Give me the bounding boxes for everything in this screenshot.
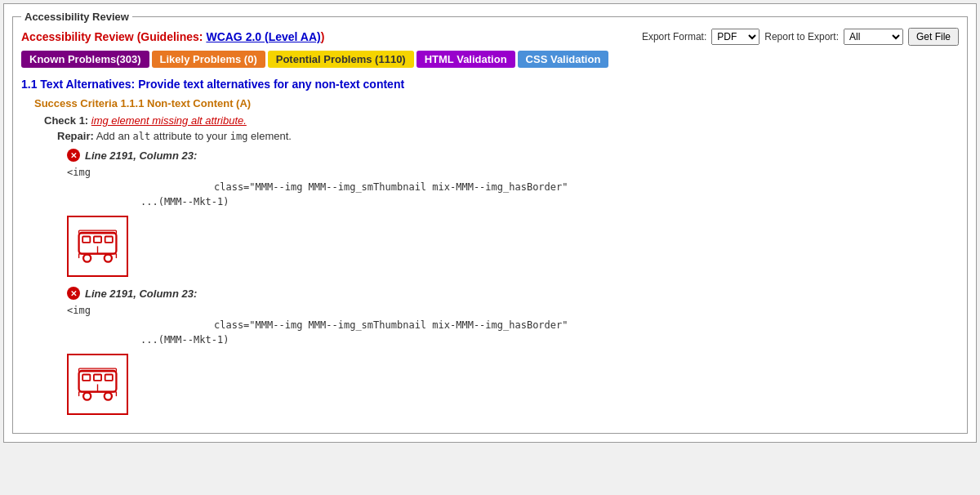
check-label: Check 1: img element missing alt attribu… [44, 114, 959, 127]
svg-point-17 [83, 392, 91, 399]
bus-icon-2 [75, 361, 120, 408]
issue-line-text-2: Line 2191, Column 23: [85, 288, 197, 300]
code-line3-2: ...(MMM--Mkt-1) [67, 332, 959, 347]
section-heading: 1.1 Text Alternatives: Provide text alte… [21, 78, 959, 91]
svg-point-6 [83, 254, 91, 261]
issue-block-1: Line 2191, Column 23: <img class="MMM--i… [67, 149, 959, 277]
code-line1-2: <img [67, 305, 91, 316]
code-line3-1: ...(MMM--Mkt-1) [67, 194, 959, 209]
export-format-select[interactable]: PDF HTML Word [711, 29, 760, 45]
code-line2-1: class="MMM--img MMM--img_smThumbnail mix… [67, 180, 959, 194]
error-icon-2 [67, 287, 80, 300]
repair-code-alt: alt [133, 131, 151, 142]
check-prefix: Check 1: [44, 114, 91, 127]
svg-rect-3 [105, 236, 113, 242]
repair-label: Repair: Add an alt attribute to your img… [57, 130, 959, 142]
repair-code-img: img [230, 131, 248, 142]
outer-panel: Accessibility Review Accessibility Revie… [3, 3, 977, 443]
svg-rect-14 [105, 374, 113, 380]
main-title: Accessibility Review (Guidelines: WCAG 2… [21, 30, 324, 43]
img-preview-2 [67, 354, 128, 415]
bus-icon-1 [75, 223, 120, 270]
tab-likely-problems[interactable]: Likely Problems (0) [152, 51, 265, 68]
tab-known-problems[interactable]: Known Problems(303) [21, 51, 149, 68]
tab-potential-problems[interactable]: Potential Problems (1110) [268, 51, 414, 68]
issue-line-1: Line 2191, Column 23: [67, 149, 959, 162]
tabs-row: Known Problems(303) Likely Problems (0) … [21, 51, 959, 68]
wcag-link[interactable]: WCAG 2.0 (Level AA) [206, 30, 320, 43]
check-link[interactable]: img element missing alt attribute. [91, 114, 247, 127]
code-line2-2: class="MMM--img MMM--img_smThumbnail mix… [67, 318, 959, 332]
error-icon-1 [67, 149, 80, 162]
get-file-button[interactable]: Get File [908, 28, 959, 46]
code-line1-1: <img [67, 167, 91, 178]
issue-line-2: Line 2191, Column 23: [67, 287, 959, 300]
img-preview-1 [67, 216, 128, 277]
success-criteria: Success Criteria 1.1.1 Non-text Content … [34, 97, 959, 109]
export-format-label: Export Format: [642, 31, 706, 42]
code-block-2: <img class="MMM--img MMM--img_smThumbnai… [67, 303, 959, 347]
header-row: Accessibility Review (Guidelines: WCAG 2… [21, 28, 959, 46]
svg-point-7 [105, 254, 112, 261]
svg-rect-1 [82, 236, 90, 242]
tab-html-validation[interactable]: HTML Validation [416, 51, 515, 68]
svg-rect-13 [94, 374, 101, 380]
export-controls: Export Format: PDF HTML Word Report to E… [642, 28, 959, 46]
svg-rect-2 [94, 236, 101, 242]
svg-rect-12 [82, 374, 90, 380]
issue-block-2: Line 2191, Column 23: <img class="MMM--i… [67, 287, 959, 415]
code-block-1: <img class="MMM--img MMM--img_smThumbnai… [67, 165, 959, 209]
report-to-export-select[interactable]: All Selected [844, 29, 903, 45]
tab-css-validation[interactable]: CSS Validation [518, 51, 609, 68]
report-to-export-label: Report to Export: [764, 31, 839, 42]
svg-point-18 [105, 392, 112, 399]
issue-line-text-1: Line 2191, Column 23: [85, 149, 197, 162]
repair-prefix: Repair: [57, 130, 94, 142]
panel-title: Accessibility Review [21, 11, 132, 23]
